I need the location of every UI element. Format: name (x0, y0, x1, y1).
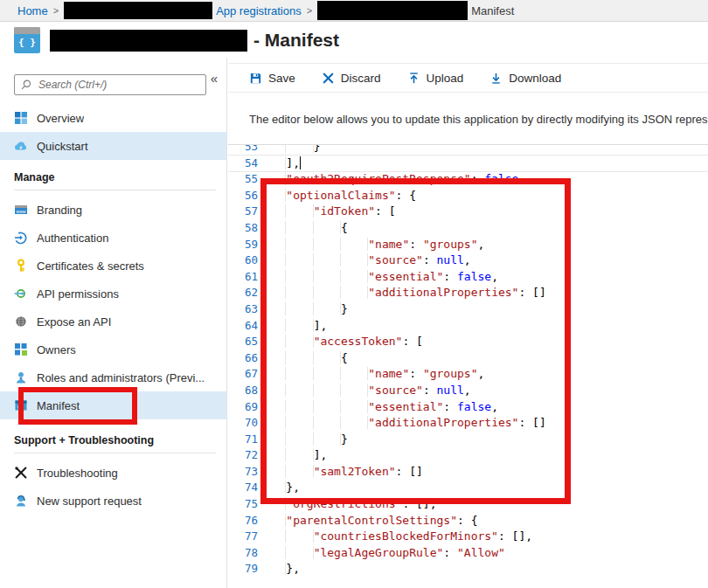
line-number: 78 (228, 545, 259, 562)
code-line[interactable]: 53 } (228, 144, 708, 156)
json-manifest-editor[interactable]: 53 }54 ],55 "oauth2RequirePostResponse":… (228, 144, 708, 588)
code-line[interactable]: 63 } (228, 301, 708, 318)
divider (14, 453, 216, 453)
sidebar-item-expose-an-api[interactable]: Expose an API (0, 308, 226, 336)
code-lines: 53 }54 ],55 "oauth2RequirePostResponse":… (228, 144, 708, 578)
code-line[interactable]: 74 }, (228, 480, 708, 496)
line-number: 54 (228, 156, 259, 172)
line-number: 61 (228, 269, 259, 286)
sidebar-item-overview[interactable]: Overview (0, 104, 226, 132)
sidebar-item-owners[interactable]: Owners (0, 336, 226, 363)
sidebar-item-label: Branding (37, 204, 82, 217)
code-line[interactable]: 71 } (228, 432, 708, 448)
breadcrumb-current: Manifest (471, 4, 514, 17)
sidebar-item-quickstart[interactable]: Quickstart (0, 132, 226, 160)
line-number: 72 (228, 447, 259, 464)
code-line[interactable]: 78 "legalAgeGroupRule": "Allow" (228, 545, 708, 562)
upload-button[interactable]: Upload (407, 72, 464, 85)
code-line[interactable]: 72 ], (228, 447, 708, 464)
sidebar-item-label: Roles and administrators (Previ... (37, 371, 205, 384)
sidebar-item-label: Overview (37, 112, 84, 125)
discard-button[interactable]: Discard (322, 72, 381, 85)
save-label: Save (268, 72, 295, 85)
code-line[interactable]: 75 "orgRestrictions": [], (228, 496, 708, 513)
code-line[interactable]: 79 }, (228, 561, 708, 578)
line-number: 56 (228, 188, 259, 204)
breadcrumb: Home > App registrations > Manifest (0, 0, 708, 22)
line-number: 76 (228, 513, 259, 529)
line-number: 67 (228, 366, 259, 383)
upload-icon (407, 72, 420, 85)
text-cursor (300, 156, 302, 169)
line-number: 57 (228, 204, 259, 220)
line-number: 66 (228, 350, 259, 367)
manifest-icon: {} (14, 398, 29, 413)
breadcrumb-home-link[interactable]: Home (17, 4, 48, 17)
line-number: 69 (228, 399, 259, 416)
code-line[interactable]: 56 "optionalClaims": { (228, 188, 708, 204)
divider (14, 190, 216, 190)
code-line[interactable]: 68 "source": null, (228, 383, 708, 399)
sidebar-item-label: Manifest (37, 399, 80, 412)
redacted-directory-name (64, 2, 212, 19)
overview-grid-icon (14, 111, 29, 126)
search-input[interactable] (14, 74, 206, 95)
app-manifest-icon: { } (14, 27, 40, 53)
code-line[interactable]: 58 { (228, 220, 708, 237)
sidebar-section-support: Support + Troubleshooting (0, 434, 226, 446)
code-line[interactable]: 65 "accessToken": [ (228, 334, 708, 350)
sidebar-item-manifest[interactable]: {} Manifest (0, 391, 226, 419)
sidebar-item-troubleshooting[interactable]: Troubleshooting (0, 459, 226, 487)
line-number: 64 (228, 318, 259, 335)
code-line[interactable]: 64 ], (228, 318, 708, 335)
breadcrumb-app-registrations-link[interactable]: App registrations (216, 4, 302, 17)
line-number: 53 (228, 144, 259, 156)
discard-label: Discard (341, 72, 381, 85)
code-line[interactable]: 62 "additionalProperties": [] (228, 285, 708, 301)
key-icon (14, 259, 29, 273)
api-permissions-icon (14, 287, 29, 301)
sidebar-item-authentication[interactable]: Authentication (0, 224, 226, 252)
code-line[interactable]: 54 ], (228, 156, 708, 172)
braces-icon: { } (14, 34, 40, 53)
code-line[interactable]: 60 "source": null, (228, 252, 708, 269)
code-line[interactable]: 67 "name": "groups", (228, 366, 708, 383)
code-line[interactable]: 59 "name": "groups", (228, 237, 708, 253)
line-number: 77 (228, 529, 259, 545)
sidebar-item-label: New support request (37, 495, 142, 508)
code-line[interactable]: 77 "countriesBlockedForMinors": [], (228, 529, 708, 545)
person-icon (14, 370, 29, 385)
line-number: 60 (228, 252, 259, 269)
sidebar-item-label: Troubleshooting (37, 467, 118, 480)
support-person-icon (14, 494, 29, 508)
sidebar-nav: Overview Quickstart Manage www Branding … (0, 104, 226, 515)
sidebar-item-branding[interactable]: www Branding (0, 196, 226, 224)
sidebar-item-label: API permissions (37, 287, 119, 301)
line-number: 75 (228, 496, 259, 513)
save-button[interactable]: Save (249, 72, 295, 85)
sidebar-item-certificates-secrets[interactable]: Certificates & secrets (0, 252, 226, 280)
redacted-app-name (317, 1, 468, 20)
code-line[interactable]: 55 "oauth2RequirePostResponse": false, (228, 171, 708, 188)
download-button[interactable]: Download (489, 72, 561, 85)
line-number: 55 (228, 171, 259, 188)
owners-icon (14, 342, 29, 357)
code-line[interactable]: 57 "idToken": [ (228, 204, 708, 220)
save-icon (249, 72, 262, 85)
code-line[interactable]: 70 "additionalProperties": [] (228, 415, 708, 432)
page-title: - Manifest (253, 30, 339, 51)
code-line[interactable]: 66 { (228, 350, 708, 367)
sidebar-item-roles-administrators[interactable]: Roles and administrators (Previ... (0, 363, 226, 391)
authentication-icon (14, 231, 29, 246)
sidebar-item-label: Certificates & secrets (37, 259, 144, 273)
code-line[interactable]: 61 "essential": false, (228, 269, 708, 286)
code-line[interactable]: 76 "parentalControlSettings": { (228, 513, 708, 529)
sidebar-collapse-chevrons-icon[interactable]: « (207, 71, 221, 86)
code-line[interactable]: 69 "essential": false, (228, 399, 708, 416)
search-icon (20, 79, 32, 91)
svg-text:{}: {} (17, 403, 24, 410)
code-line[interactable]: 73 "saml2Token": [] (228, 464, 708, 481)
sidebar-item-api-permissions[interactable]: API permissions (0, 280, 226, 308)
sidebar-item-new-support-request[interactable]: New support request (0, 487, 226, 515)
line-number: 70 (228, 415, 259, 432)
